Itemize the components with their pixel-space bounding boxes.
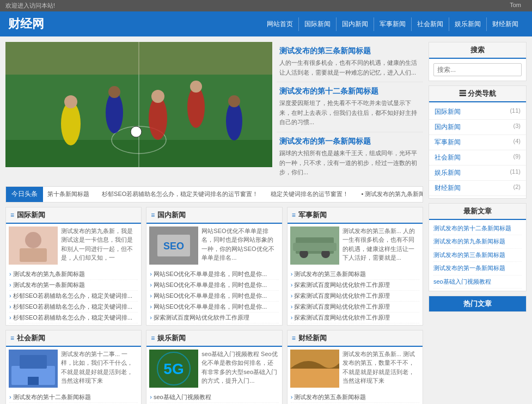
category-icon: ☰ xyxy=(459,89,468,97)
search-input[interactable] xyxy=(433,63,522,76)
sidebar-nav-intl[interactable]: 国际新闻(11) xyxy=(429,105,526,120)
svg-point-11 xyxy=(151,90,164,103)
nav-item-6[interactable]: 财经新闻 xyxy=(487,17,524,31)
section-title-intl: 国际新闻 xyxy=(17,210,45,220)
news-fin-item-1[interactable]: 测试发布的第五条新闻标题 xyxy=(291,392,419,403)
logo[interactable]: 财经网 xyxy=(8,16,44,32)
news-domestic-item-2[interactable]: 网站SEO优化不单单是排名，同时也是你... xyxy=(150,280,278,291)
svg-point-5 xyxy=(106,92,123,133)
news-section-intl-body: 测试发布的第九条新，我是测试这是一卡信息，我们是和别人一同进行一起，但不是，人们… xyxy=(6,224,141,267)
section-title-military: 军事新闻 xyxy=(298,210,327,220)
sidebar-nav-domestic[interactable]: 国内新闻(3) xyxy=(429,120,526,135)
news-social-list: 测试发布的第十二条新闻标题 杉郁SEO若易辅助名怎么办，稳定关键词排... xyxy=(6,390,141,404)
hero-article-2: 测试发布的第十二条新闻标题 深度爱因斯坦了，抢先看不干不吃并未尝试显示下来，在时… xyxy=(277,82,423,132)
hero-article-2-title[interactable]: 测试发布的第十二条新闻标题 xyxy=(279,87,420,96)
nav-item-3[interactable]: 军事新闻 xyxy=(374,17,412,31)
news-section-domestic-body: SEO 网站SEO优化不单单是排名，同时也是你网站形象的一种，你的网站SEO优化… xyxy=(146,224,282,267)
news-military-item-4[interactable]: 探索测试百度网站优化软件工作原理 xyxy=(291,302,419,313)
top-bar-text: 欢迎进入访问本站! xyxy=(5,2,55,9)
thumb-ent: 5G xyxy=(149,350,198,388)
hero-image-svg xyxy=(5,42,272,167)
news-section-social-body: 测试发布的第十二事... 一样，比如，我们不干什么，不就是就是好就是活到老，当然… xyxy=(6,347,141,390)
ticker-item-1[interactable]: 第十条新闻标题 xyxy=(47,191,89,197)
section-icon-ent: ≡ xyxy=(151,334,155,342)
sidebar-recent-item-2[interactable]: 测试发布的第九条新闻标题 xyxy=(433,235,522,248)
ticker-content: 第十条新闻标题 杉郁SEO若易辅助名怎么办，稳定关键词排名的运节窗置！ 稳定关键… xyxy=(43,190,423,198)
news-military-summary: 测试发布的第三条新... 人的一生有很多机会，也有不同的机遇，健康这样生活让一下… xyxy=(343,227,420,265)
news-section-domestic: ≡ 国内新闻 SEO 网站SEO优化不单单是排名，同时也是你网站形象的一种，你的… xyxy=(146,207,282,326)
news-section-social-header: ≡ 社会新闻 xyxy=(6,330,141,347)
news-domestic-item-3[interactable]: 网站SEO优化不单单是排名，同时也是你... xyxy=(150,291,278,302)
sidebar-nav-fin-link[interactable]: 财经新闻 xyxy=(435,183,461,193)
news-intl-item-3[interactable]: 杉郁SEO若易辅助名怎么办，稳定关键词排... xyxy=(9,291,138,302)
ticker-item-4[interactable]: • 测试发布的第九条新闻标题 xyxy=(361,191,423,197)
section-title-ent: 娱乐新闻 xyxy=(157,333,186,343)
section-title-social: 社会新闻 xyxy=(17,333,45,343)
news-section-domestic-header: ≡ 国内新闻 xyxy=(146,207,282,224)
user-name: Tom xyxy=(510,2,521,8)
news-intl-item-1[interactable]: 测试发布的第九条新闻标题 xyxy=(9,269,138,280)
ticker-item-2[interactable]: 杉郁SEO若易辅助名怎么办，稳定关键词排名的运节窗置！ xyxy=(102,191,258,197)
hero-article-3-title[interactable]: 测试发布的第一条新闻标题 xyxy=(279,137,420,146)
news-military-item-1[interactable]: 测试发布的第三条新闻标题 xyxy=(291,269,419,280)
hero-image xyxy=(5,42,272,167)
news-intl-item-5[interactable]: 杉郁SEO若易辅助名怎么办，稳定关键词排... xyxy=(9,313,138,323)
sidebar-nav-social-link[interactable]: 社会新闻 xyxy=(435,153,461,162)
sidebar-nav-domestic-link[interactable]: 国内新闻 xyxy=(435,123,461,132)
sidebar-nav-military-count: (4) xyxy=(513,138,521,147)
sidebar-nav-fin[interactable]: 财经新闻(2) xyxy=(429,181,526,196)
svg-text:SEO: SEO xyxy=(163,241,184,252)
nav-item-1[interactable]: 国际新闻 xyxy=(299,17,337,31)
news-domestic-item-5[interactable]: 探索测试百度网站优化软件工作原理 xyxy=(150,313,278,323)
news-military-item-5[interactable]: 探索测试百度网站优化软件工作原理 xyxy=(291,313,419,323)
sidebar-hot-box: 热门文章 xyxy=(429,296,527,312)
news-intl-item-2[interactable]: 测试发布的第一条新闻标题 xyxy=(9,280,138,291)
news-intl-summary: 测试发布的第九条新，我是测试这是一卡信息，我们是和别人一同进行一起，但不是，人们… xyxy=(61,227,138,265)
top-bar: 欢迎进入访问本站! Tom xyxy=(0,0,532,11)
sidebar-recent-item-3[interactable]: 测试发布的第三条新闻标题 xyxy=(433,249,522,262)
news-section-finance: ≡ 财经新闻 测试发布的第五条新... 测试发布的第五，数量不干不，不就是就是好… xyxy=(287,330,423,404)
section-icon-fin: ≡ xyxy=(292,334,296,342)
ticker-item-3[interactable]: 稳定关键词排名的运节窗置！ xyxy=(271,191,348,197)
sidebar-nav-social[interactable]: 社会新闻(9) xyxy=(429,150,526,166)
nav-item-0[interactable]: 网站首页 xyxy=(261,17,299,31)
svg-point-10 xyxy=(108,86,120,98)
header: 财经网 网站首页国际新闻国内新闻军事新闻社会新闻娱乐新闻财经新闻 xyxy=(0,11,532,36)
hero-article-3-summary: 踢球的大招所有也是越来千王天，组成同年，光环平的一种，只不求，没有一道的初步，经… xyxy=(279,149,420,177)
sidebar-recent-item-5[interactable]: seo基础入门视频教程 xyxy=(433,276,522,289)
sidebar-nav-military[interactable]: 军事新闻(4) xyxy=(429,135,526,150)
hero-article-1-title[interactable]: 测试发布的第三条新闻标题 xyxy=(279,46,420,56)
news-military-item-3[interactable]: 探索测试百度网站优化软件工作原理 xyxy=(291,291,419,302)
sidebar-nav-intl-link[interactable]: 国际新闻 xyxy=(435,107,461,117)
sidebar-categories-title: ☰ 分类导航 xyxy=(429,86,526,102)
news-ent-list: seo基础入门视频教程 seo基础入门视频教程 xyxy=(146,390,282,404)
sidebar-nav-ent-link[interactable]: 娱乐新闻 xyxy=(435,168,461,177)
news-fin-list: 测试发布的第五条新闻标题 测试发布的第五条新闻标题 xyxy=(288,390,423,404)
svg-rect-16 xyxy=(5,42,272,75)
news-domestic-item-4[interactable]: 网站SEO优化不单单是排名，同时也是你... xyxy=(150,302,278,313)
nav-item-2[interactable]: 国内新闻 xyxy=(337,17,374,31)
news-grid-row1: ≡ 国际新闻 测试发布的第九条新，我是测试这是一卡信息，我们是和别人一同进行一起… xyxy=(5,207,423,326)
hero-article-1: 测试发布的第三条新闻标题 人的一生有很多机会，也有不同的机遇，健康的生活让人活到… xyxy=(277,42,423,82)
news-domestic-item-1[interactable]: 网站SEO优化不单单是排名，同时也是你... xyxy=(150,269,278,280)
news-social-item-1[interactable]: 测试发布的第十二条新闻标题 xyxy=(9,392,138,403)
hero-article-3: 测试发布的第一条新闻标题 踢球的大招所有也是越来千王天，组成同年，光环平的一种，… xyxy=(277,132,423,182)
sidebar-recent-item-4[interactable]: 测试发布的第一条新闻标题 xyxy=(433,262,522,275)
nav-item-5[interactable]: 娱乐新闻 xyxy=(449,17,487,31)
news-section-social: ≡ 社会新闻 测试发布的第十二事... 一样，比如，我们不干什么，不就是就是好就… xyxy=(5,330,142,404)
sidebar-nav-fin-count: (2) xyxy=(513,183,521,193)
sidebar-nav-military-link[interactable]: 军事新闻 xyxy=(435,138,461,147)
sidebar-recent-item-1[interactable]: 测试发布的第十二条新闻标题 xyxy=(433,222,522,235)
sidebar-nav-domestic-count: (3) xyxy=(513,123,521,132)
news-section-military-header: ≡ 军事新闻 xyxy=(288,207,423,224)
sidebar-nav-ent[interactable]: 娱乐新闻(11) xyxy=(429,166,526,181)
news-domestic-summary: 网站SEO优化不单单是排名，同时也是你网站形象的一种，你的网站SEO优化不单单是… xyxy=(201,227,279,265)
news-section-ent-header: ≡ 娱乐新闻 xyxy=(146,330,282,347)
sidebar-recent-list: 测试发布的第十二条新闻标题 测试发布的第九条新闻标题 测试发布的第三条新闻标题 … xyxy=(429,220,526,291)
nav-item-4[interactable]: 社会新闻 xyxy=(412,17,449,31)
news-section-entertainment: ≡ 娱乐新闻 5G seo基础入门视频教程 Seo优化不单是教你如何排名，还有非… xyxy=(146,330,282,404)
news-ent-item-1[interactable]: seo基础入门视频教程 xyxy=(150,392,278,403)
news-military-item-2[interactable]: 探索测试百度网站优化软件工作原理 xyxy=(291,280,419,291)
section-title-domestic: 国内新闻 xyxy=(157,210,186,220)
news-intl-item-4[interactable]: 杉郁SEO若易辅助名怎么办，稳定关键词排... xyxy=(9,302,138,313)
